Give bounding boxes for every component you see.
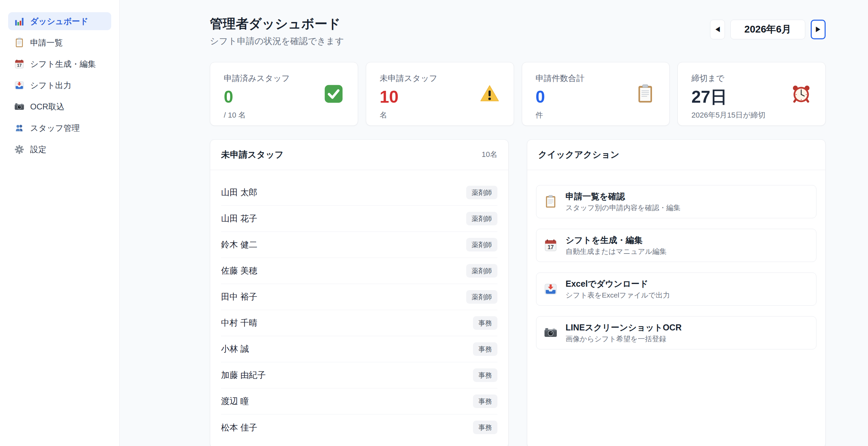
sidebar-item[interactable]: スタッフ管理 [8,119,111,137]
sidebar-item-label: シフト生成・編集 [30,59,96,69]
staff-name: 小林 誠 [221,343,249,354]
quick-action-text: Excelでダウンロード シフト表をExcelファイルで出力 [566,279,670,299]
quick-action-description: 画像からシフト希望を一括登録 [566,335,682,343]
prev-month-button[interactable]: ◀ [710,20,725,39]
calendar-icon: 17 [544,239,557,252]
role-badge: 薬剤師 [466,212,497,225]
dashboard-panels: 未申請スタッフ 10名 山田 太郎 薬剤師 山田 花子 薬剤師 鈴木 健二 薬剤… [210,139,826,446]
sidebar-item-label: スタッフ管理 [30,123,80,134]
sidebar-item[interactable]: 申請一覧 [8,34,111,52]
role-badge: 事務 [473,368,497,382]
staff-count-label: 10名 [482,149,497,160]
clipboard-icon [544,195,557,208]
staff-name: 加藤 由紀子 [221,369,266,381]
inbox-tray-icon [544,282,557,296]
sidebar-item[interactable]: OCR取込 [8,98,111,116]
quick-action-description: シフト表をExcelファイルで出力 [566,291,670,299]
role-badge: 事務 [473,421,497,434]
quick-action-description: 自動生成またはマニュアル編集 [566,247,667,256]
stat-card: 申請件数合計 0 件 [522,62,670,126]
stat-label: 未申請スタッフ [380,74,500,83]
sidebar-item-label: 設定 [30,144,46,155]
alarm-clock-icon [791,84,811,104]
sidebar-item[interactable]: シフト出力 [8,76,111,94]
stat-card: 締切まで 27日 2026年5月15日が締切 [677,62,826,126]
bar-chart-icon [14,16,24,26]
sidebar-item[interactable]: 17 シフト生成・編集 [8,55,111,73]
staff-name: 鈴木 健二 [221,239,257,250]
next-month-button[interactable]: ▶ [811,20,826,39]
sidebar-item[interactable]: ダッシュボード [8,12,111,30]
role-badge: 薬剤師 [466,290,497,304]
page-header: 管理者ダッシュボード シフト申請の状況を確認できます ◀ 2026年6月 ▶ [210,17,826,46]
sidebar-item-label: 申請一覧 [30,37,63,48]
staff-name: 松本 佳子 [221,422,257,433]
gear-icon [14,144,24,155]
page-title: 管理者ダッシュボード [210,17,344,31]
staff-row: 佐藤 美穂 薬剤師 [221,258,497,284]
quick-action-title: LINEスクリーンショットOCR [566,323,682,332]
quick-action-card[interactable]: LINEスクリーンショットOCR 画像からシフト希望を一括登録 [536,316,816,349]
pending-staff-panel-header: 未申請スタッフ 10名 [210,140,508,170]
staff-name: 中村 千晴 [221,317,257,328]
quick-action-title: 申請一覧を確認 [566,191,680,201]
role-badge: 事務 [473,394,497,408]
sidebar-item[interactable]: 設定 [8,140,111,158]
check-icon [324,84,343,104]
quick-action-title: シフトを生成・編集 [566,235,667,245]
role-badge: 事務 [473,316,497,330]
camera-icon [544,326,557,340]
staff-name: 渡辺 瞳 [221,396,249,407]
staff-row: 加藤 由紀子 事務 [221,362,497,388]
panel-title: クイックアクション [538,149,619,161]
clipboard-icon [14,38,24,48]
staff-name: 佐藤 美穂 [221,265,257,276]
staff-row: 渡辺 瞳 事務 [221,388,497,414]
quick-actions-list: 申請一覧を確認 スタッフ別の申請内容を確認・編集 17 シフトを生成・編集 自動… [527,170,825,349]
main-content: 管理者ダッシュボード シフト申請の状況を確認できます ◀ 2026年6月 ▶ 申… [120,0,868,446]
sidebar-item-label: シフト出力 [30,80,72,91]
staff-row: 鈴木 健二 薬剤師 [221,232,497,258]
quick-actions-panel: クイックアクション 申請一覧を確認 スタッフ別の申請内容を確認・編集 17 [527,139,826,446]
warning-icon [480,84,499,104]
staff-row: 田中 裕子 薬剤師 [221,284,497,310]
svg-text:17: 17 [17,63,22,68]
inbox-tray-icon [14,80,24,90]
quick-action-card[interactable]: 申請一覧を確認 スタッフ別の申請内容を確認・編集 [536,185,816,218]
quick-action-card[interactable]: Excelでダウンロード シフト表をExcelファイルで出力 [536,272,816,306]
staff-row: 山田 太郎 薬剤師 [221,180,497,206]
role-badge: 薬剤師 [466,238,497,251]
quick-actions-panel-header: クイックアクション [527,140,825,170]
pending-staff-panel: 未申請スタッフ 10名 山田 太郎 薬剤師 山田 花子 薬剤師 鈴木 健二 薬剤… [210,139,509,446]
stat-label: 申請済みスタッフ [224,74,344,83]
quick-action-text: 申請一覧を確認 スタッフ別の申請内容を確認・編集 [566,191,680,212]
people-icon [14,123,24,133]
staff-row: 松本 佳子 事務 [221,414,497,441]
stat-sub-label: 2026年5月15日が締切 [691,111,812,119]
panel-title: 未申請スタッフ [221,149,283,161]
sidebar-nav: ダッシュボード 申請一覧 17 シフト生成・編集 シフト出力 OCR取込 スタッ… [8,12,111,158]
staff-name: 田中 裕子 [221,291,257,302]
quick-action-text: シフトを生成・編集 自動生成またはマニュアル編集 [566,235,667,256]
staff-list: 山田 太郎 薬剤師 山田 花子 薬剤師 鈴木 健二 薬剤師 佐藤 美穂 薬剤師 [210,170,508,441]
staff-row: 中村 千晴 事務 [221,310,497,336]
app-root: ダッシュボード 申請一覧 17 シフト生成・編集 シフト出力 OCR取込 スタッ… [0,0,868,446]
stat-label: 申請件数合計 [536,74,656,83]
quick-action-description: スタッフ別の申請内容を確認・編集 [566,204,680,212]
quick-action-card[interactable]: 17 シフトを生成・編集 自動生成またはマニュアル編集 [536,229,816,262]
page-heading-block: 管理者ダッシュボード シフト申請の状況を確認できます [210,17,344,46]
role-badge: 事務 [473,342,497,356]
page-subtitle: シフト申請の状況を確認できます [210,36,344,46]
month-display: 2026年6月 [730,20,805,39]
stat-cards: 申請済みスタッフ 0 / 10 名 未申請スタッフ 10 名 申請件数合計 0 … [210,62,826,126]
stat-sub-label: 名 [380,111,500,119]
svg-text:17: 17 [548,244,554,250]
staff-row: 小林 誠 事務 [221,336,497,362]
role-badge: 薬剤師 [466,264,497,278]
sidebar-item-label: OCR取込 [30,101,64,112]
sidebar-item-label: ダッシュボード [30,16,88,27]
stat-sub-label: 件 [536,111,656,119]
staff-name: 山田 花子 [221,213,257,224]
quick-action-text: LINEスクリーンショットOCR 画像からシフト希望を一括登録 [566,323,682,343]
stat-card: 申請済みスタッフ 0 / 10 名 [210,62,358,126]
